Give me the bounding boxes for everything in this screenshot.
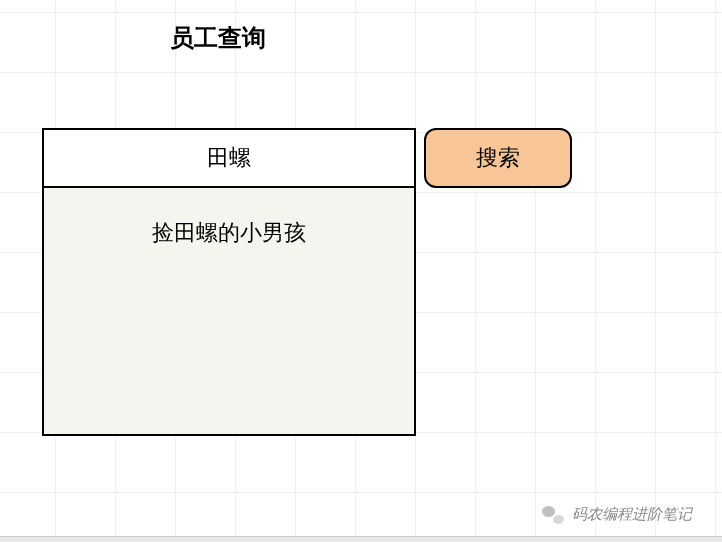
search-input[interactable]: 田螺 [42,128,416,188]
wechat-icon [542,506,564,524]
search-button[interactable]: 搜索 [424,128,572,188]
page-title: 员工查询 [170,22,266,54]
scrollbar-track [0,536,722,542]
watermark: 码农编程进阶笔记 [542,505,692,524]
watermark-text: 码农编程进阶笔记 [572,505,692,524]
search-row: 田螺 搜索 [42,128,572,188]
results-panel: 捡田螺的小男孩 [42,188,416,436]
result-item[interactable]: 捡田螺的小男孩 [44,218,414,248]
